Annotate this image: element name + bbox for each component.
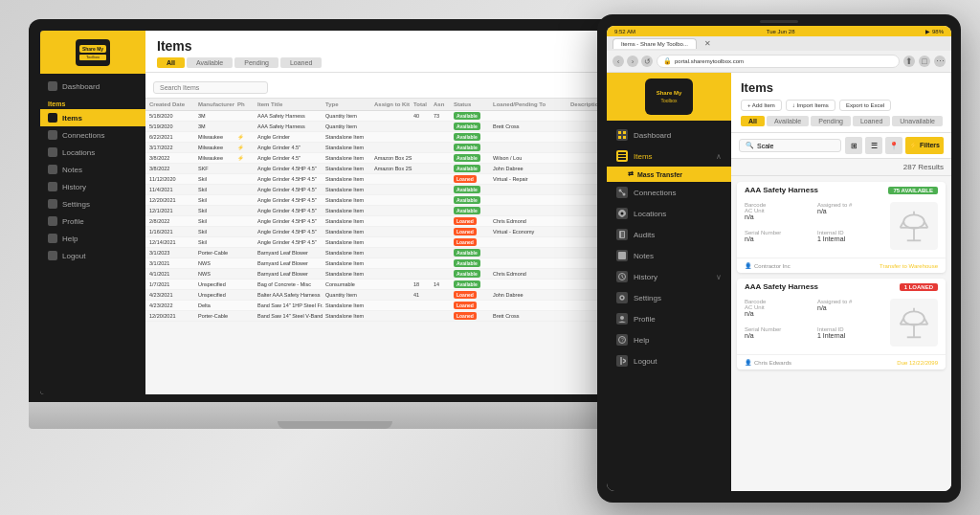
laptop-tab-all[interactable]: All (157, 57, 185, 68)
laptop: Share My Toolbox Dashboard Items (29, 19, 641, 459)
tablet-main: Items + Add Item ↓ Import Items Export t… (731, 73, 951, 491)
map-view-button[interactable]: 📍 (885, 137, 902, 154)
tablet: 9:52 AM Tue Jun 28 ▶ 98% Items - Share M… (597, 14, 961, 503)
share-button[interactable]: ⬆ (903, 56, 915, 67)
tablet-logo-box: Share My Toolbox (645, 78, 693, 115)
filters-button[interactable]: ⚡ Filters (905, 137, 944, 154)
items-icon (48, 113, 57, 123)
tablet-battery: ▶ 98% (925, 28, 944, 34)
laptop-sidebar: Share My Toolbox Dashboard Items (40, 31, 145, 394)
tablet-search[interactable]: 🔍 Scale (739, 139, 841, 152)
forward-button[interactable]: › (627, 56, 638, 67)
user-icon: 👤 (745, 262, 751, 269)
browser-tab[interactable]: Items - Share My Toolbo... (612, 38, 697, 49)
bookmark-button[interactable]: □ (919, 56, 930, 67)
tablet-filter-bar: 🔍 Scale ⊞ ☰ 📍 ⚡ Filters (731, 133, 951, 159)
tablet-tab-unavailable[interactable]: Unavailable (892, 116, 943, 126)
table-row[interactable]: 3/1/2023Porter-CableBarnyard Leaf Blower… (145, 248, 611, 258)
table-row[interactable]: 2/8/2022SkilAngle Grinder 4.5HP 4.5"Stan… (145, 216, 611, 227)
laptop-tab-pending[interactable]: Pending (234, 57, 278, 68)
tablet-nav-help[interactable]: ? Help (607, 329, 731, 350)
table-row[interactable]: 12/14/2021SkilAngle Grinder 4.5HP 4.5"St… (145, 237, 611, 248)
export-excel-button[interactable]: Export to Excel (839, 100, 891, 111)
table-row[interactable]: 5/19/20203MAAA Safety HarnessQuantity It… (145, 122, 611, 132)
lock-icon: 🔒 (663, 57, 672, 65)
laptop-page-title: Items (157, 38, 599, 54)
tablet-nav-connections[interactable]: Connections (607, 182, 731, 203)
laptop-nav-locations[interactable]: Locations (40, 144, 145, 161)
tablet-nav-locations[interactable]: Locations (607, 203, 731, 224)
add-item-button[interactable]: + Add Item (741, 100, 782, 111)
tablet-nav-notes[interactable]: Notes (607, 245, 731, 266)
laptop-nav-connections[interactable]: Connections (40, 126, 145, 144)
tablet-nav-dashboard[interactable]: Dashboard (607, 124, 731, 146)
table-row[interactable]: 11/4/2021SkilAngle Grinder 4.5HP 4.5"Sta… (145, 185, 611, 195)
svg-point-18 (620, 316, 624, 320)
table-row[interactable]: 12/20/2021SkilAngle Grinder 4.5HP 4.5"St… (145, 195, 611, 206)
svg-line-31 (924, 319, 928, 325)
tablet-nav-history[interactable]: History ∨ (607, 266, 731, 287)
laptop-nav-profile[interactable]: Profile (40, 213, 145, 230)
laptop-tab-loaned[interactable]: Loaned (280, 57, 322, 68)
tablet-tab-pending[interactable]: Pending (811, 116, 851, 126)
laptop-nav-dashboard[interactable]: Dashboard (40, 78, 145, 95)
url-text: portal.sharemytoolbox.com (675, 58, 744, 64)
laptop-table-header: Created Date Manufacturer Ph Item Title … (145, 99, 611, 111)
tablet-content: AAA Safety Harness 75 AVAILABLE Barcode … (731, 176, 951, 491)
new-tab-icon[interactable]: ✕ (704, 39, 711, 48)
browser-tab-bar: Items - Share My Toolbo... ✕ (607, 36, 951, 51)
url-bar[interactable]: 🔒 portal.sharemytoolbox.com (657, 55, 900, 68)
logo-bottom: Toolbox (79, 55, 106, 60)
item-card-2: AAA Safety Harness 1 LOANED Barcode AC U… (737, 279, 946, 369)
tablet-nav-profile[interactable]: Profile (607, 308, 731, 329)
tablet-tab-available[interactable]: Available (767, 116, 809, 126)
due-date-button-2[interactable]: Due 12/22/2099 (897, 360, 938, 366)
tablet-tab-all[interactable]: All (741, 116, 765, 126)
table-row[interactable]: 3/8/2022SKFAngle Grinder 4.5HP 4.5"Stand… (145, 164, 611, 174)
svg-point-21 (903, 214, 924, 228)
laptop-nav-history[interactable]: History (40, 178, 145, 195)
item-card-1: AAA Safety Harness 75 AVAILABLE Barcode … (737, 182, 946, 273)
laptop-tab-available[interactable]: Available (187, 57, 233, 68)
table-row[interactable]: 11/12/2020SkilAngle Grinder 4.5HP 4.5"St… (145, 174, 611, 185)
laptop-nav-notes[interactable]: Notes (40, 161, 145, 178)
tablet-nav-mass-transfer[interactable]: ⇄ Mass Transfer (607, 167, 731, 182)
item-card-2-title: AAA Safety Harness (745, 282, 818, 291)
table-row[interactable]: 4/23/2021UnspecifiedBalter AAA Safety Ha… (145, 290, 611, 301)
tablet-nav-audits[interactable]: Audits (607, 224, 731, 245)
table-row[interactable]: 1/7/2021UnspecifiedBag of Concrete - Mis… (145, 280, 611, 290)
back-button[interactable]: ‹ (612, 56, 624, 67)
table-row[interactable]: 3/1/2021NWSBarnyard Leaf BlowerStandalon… (145, 258, 611, 269)
table-row[interactable]: 12/20/2021Porter-CableBand Saw 14" Steel… (145, 311, 611, 322)
list-view-button[interactable]: ☰ (865, 137, 882, 154)
tablet-nav-settings[interactable]: Settings (607, 287, 731, 308)
item-card-2-details: Barcode AC Unit n/a Assigned to # n/a (745, 299, 882, 347)
item-card-1-image (890, 202, 938, 250)
laptop-nav-logout[interactable]: Logout (40, 247, 145, 264)
table-row[interactable]: 1/16/2021SkilAngle Grinder 4.5HP 4.5"Sta… (145, 227, 611, 237)
reload-button[interactable]: ↺ (641, 56, 653, 67)
item-footer-user-2: 👤 Chris Edwards (745, 359, 791, 366)
tablet-nav-logout[interactable]: Logout (607, 350, 731, 371)
table-row[interactable]: 5/18/20203MAAA Safety HarnessQuantity It… (145, 111, 611, 122)
table-row[interactable]: 4/1/2021NWSBarnyard Leaf BlowerStandalon… (145, 269, 611, 280)
svg-rect-15 (618, 252, 626, 259)
laptop-nav-settings[interactable]: Settings (40, 195, 145, 213)
locations-icon (616, 208, 628, 219)
more-button[interactable]: ⋯ (934, 56, 946, 67)
transfer-button-1[interactable]: Transfer to Warehouse (880, 263, 938, 269)
laptop-nav-items[interactable]: Items (40, 109, 145, 126)
tablet-nav-items[interactable]: Items ∧ (607, 146, 731, 167)
import-items-button[interactable]: ↓ Import Items (786, 100, 835, 111)
tablet-status-day: Tue Jun 28 (767, 29, 795, 34)
table-row[interactable]: 12/1/2021SkilAngle Grinder 4.5HP 4.5"Sta… (145, 206, 611, 216)
tablet-tab-loaned[interactable]: Loaned (853, 116, 890, 126)
table-row[interactable]: 6/22/2021Milwaukee⚡Angle GrinderStandalo… (145, 132, 611, 143)
laptop-search-input[interactable] (153, 81, 268, 94)
table-row[interactable]: 3/17/2022Milwaukee⚡Angle Grinder 4.5"Sta… (145, 143, 611, 153)
serial-value: n/a (745, 235, 810, 242)
grid-view-button[interactable]: ⊞ (845, 137, 862, 154)
table-row[interactable]: 4/23/2022DeltaBand Saw 14" 1HP Steel Fr.… (145, 301, 611, 311)
laptop-nav-help[interactable]: Help (40, 230, 145, 247)
table-row[interactable]: 3/8/2022Milwaukee⚡Angle Grinder 4.5"Stan… (145, 153, 611, 164)
